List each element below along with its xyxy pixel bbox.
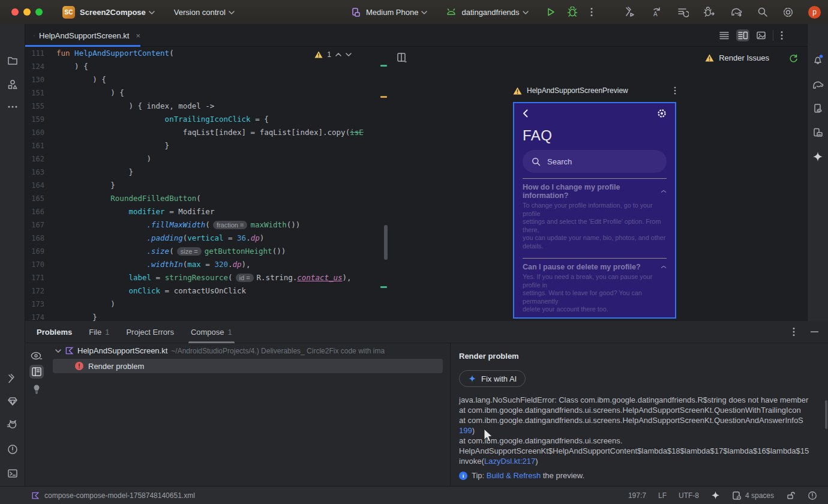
preview-eye-icon[interactable] bbox=[31, 352, 43, 360]
debug-button[interactable] bbox=[567, 7, 578, 17]
code-line-174[interactable]: 174 } bbox=[25, 311, 389, 321]
phone-preview[interactable]: FAQ Search How do I change my profile in… bbox=[513, 102, 676, 319]
stack-trace-link[interactable]: LazyDsl.kt:217 bbox=[484, 457, 535, 466]
code-view-toggle[interactable] bbox=[719, 31, 729, 40]
terminal-tool-icon[interactable] bbox=[7, 468, 18, 479]
analysis-mark-teal[interactable] bbox=[380, 286, 387, 288]
gemini-sparkle-icon[interactable] bbox=[812, 151, 823, 162]
analysis-mark-warning[interactable] bbox=[380, 96, 387, 98]
editor-scrollbar[interactable] bbox=[384, 225, 388, 260]
build-tool-icon[interactable] bbox=[7, 373, 18, 384]
tab-file[interactable]: File1 bbox=[89, 321, 109, 343]
resource-manager-icon[interactable] bbox=[7, 79, 18, 90]
code-lines[interactable]: 111fun HelpAndSupportContent(124 ) {130 … bbox=[25, 47, 389, 321]
code-line-160[interactable]: 160 faqList[index] = faqList[index].copy… bbox=[25, 126, 389, 139]
code-line-161[interactable]: 161 } bbox=[25, 139, 389, 152]
prev-issue-chevron-icon[interactable] bbox=[335, 53, 341, 56]
settings-gear-icon[interactable] bbox=[782, 7, 794, 18]
indent-widget[interactable]: 4 spaces bbox=[732, 491, 774, 500]
code-line-169[interactable]: 169 .size(size =getButtonHeight()) bbox=[25, 245, 389, 258]
apply-code-changes-icon[interactable] bbox=[677, 6, 689, 18]
run-button[interactable] bbox=[546, 7, 556, 17]
line-separator[interactable]: LF bbox=[658, 491, 667, 500]
design-view-toggle[interactable] bbox=[757, 31, 766, 40]
ai-status-sparkle-icon[interactable] bbox=[711, 491, 720, 500]
file-encoding[interactable]: UTF-8 bbox=[679, 491, 699, 500]
status-file-name[interactable]: compose-compose-model-1758748140651.xml bbox=[44, 491, 195, 500]
details-view-toggle[interactable] bbox=[29, 365, 44, 379]
close-window-button[interactable] bbox=[11, 8, 19, 16]
code-line-155[interactable]: 155 ) { index, model -> bbox=[25, 100, 389, 113]
device-manager-icon[interactable] bbox=[812, 103, 823, 114]
running-devices-icon[interactable] bbox=[812, 127, 823, 138]
problems-file-row[interactable]: HelpAndSupportScreen.kt ~/AndroidStudioP… bbox=[48, 343, 450, 358]
device-selector[interactable]: Medium Phone bbox=[351, 7, 427, 17]
unlock-icon[interactable] bbox=[786, 491, 796, 500]
tab-project-errors[interactable]: Project Errors bbox=[126, 321, 173, 343]
tab-compose[interactable]: Compose1 bbox=[191, 321, 232, 343]
tool-window-title[interactable]: Problems bbox=[37, 328, 72, 337]
code-line-162[interactable]: 162 ) bbox=[25, 152, 389, 166]
zoom-window-button[interactable] bbox=[35, 8, 43, 16]
problems-tool-icon[interactable] bbox=[7, 444, 18, 455]
code-line-173[interactable]: 173 ) bbox=[25, 298, 389, 311]
render-issues-label[interactable]: Render Issues bbox=[719, 53, 769, 62]
more-actions-button[interactable] bbox=[590, 7, 593, 17]
fix-with-ai-button[interactable]: Fix with AI bbox=[459, 370, 526, 387]
stack-trace-link[interactable]: 199 bbox=[459, 426, 472, 435]
code-line-166[interactable]: 166 modifier = Modifier bbox=[25, 205, 389, 218]
code-line-168[interactable]: 168 .padding(vertical = 36.dp) bbox=[25, 232, 389, 245]
logcat-icon[interactable] bbox=[7, 420, 19, 431]
code-line-167[interactable]: 167 .fillMaxWidth(fraction =maxWidth()) bbox=[25, 218, 389, 232]
user-avatar[interactable]: p bbox=[808, 6, 821, 19]
apply-changes-icon[interactable]: A bbox=[650, 6, 662, 18]
project-selector[interactable]: Screen2Compose bbox=[75, 8, 155, 17]
vcs-widget[interactable]: Version control bbox=[169, 8, 235, 17]
search-icon[interactable] bbox=[757, 7, 768, 17]
attach-debugger-icon[interactable] bbox=[703, 6, 715, 18]
faq-item[interactable]: How do I change my profile information?T… bbox=[523, 178, 667, 250]
gradle-sync-icon[interactable] bbox=[730, 6, 743, 18]
editor-tab[interactable]: HelpAndSupportScreen.kt × bbox=[25, 24, 140, 47]
expand-chevron-icon[interactable] bbox=[55, 349, 61, 353]
refresh-preview-icon[interactable] bbox=[788, 53, 799, 63]
caret-position[interactable]: 197:7 bbox=[628, 491, 646, 500]
faq-search-bar: Search bbox=[523, 150, 667, 173]
code-line-165[interactable]: 165 RoundedFilledButton( bbox=[25, 192, 389, 205]
code-line-171[interactable]: 171 label = stringResource(id =R.string.… bbox=[25, 271, 389, 284]
code-line-124[interactable]: 124 ) { bbox=[25, 60, 389, 73]
editor-options-icon[interactable] bbox=[781, 31, 783, 40]
panel-options-icon[interactable] bbox=[793, 327, 795, 337]
code-line-172[interactable]: 172 onClick = contactUsOnClick bbox=[25, 284, 389, 298]
minimize-window-button[interactable] bbox=[23, 8, 31, 16]
code-line-130[interactable]: 130 ) { bbox=[25, 73, 389, 86]
inspections-status-icon[interactable] bbox=[808, 491, 817, 500]
split-view-toggle[interactable] bbox=[736, 29, 749, 41]
hide-panel-icon[interactable] bbox=[811, 331, 818, 332]
faq-item[interactable]: Can I pause or delete my profile?Yes. If… bbox=[523, 258, 667, 314]
more-tool-windows-icon[interactable] bbox=[8, 106, 17, 108]
code-line-164[interactable]: 164 } bbox=[25, 179, 389, 192]
app-quality-insights-icon[interactable] bbox=[7, 396, 18, 407]
code-line-163[interactable]: 163 } bbox=[25, 166, 389, 179]
preview-layout-icon[interactable] bbox=[397, 52, 407, 63]
run-configuration-selector[interactable]: datingandfriends bbox=[446, 8, 528, 17]
quickfix-bulb-icon[interactable] bbox=[33, 384, 40, 394]
code-line-159[interactable]: 159 onTrailingIconClick = { bbox=[25, 113, 389, 126]
project-tool-icon[interactable] bbox=[7, 55, 18, 66]
tab-close-icon[interactable]: × bbox=[136, 31, 140, 40]
notifications-bell-icon[interactable] bbox=[812, 54, 824, 66]
code-line-151[interactable]: 151 ) { bbox=[25, 86, 389, 100]
detail-scrollbar[interactable] bbox=[825, 400, 827, 429]
inspections-widget[interactable]: 1 bbox=[314, 50, 352, 59]
next-issue-chevron-icon[interactable] bbox=[346, 53, 352, 56]
code-editor[interactable]: 111fun HelpAndSupportContent(124 ) {130 … bbox=[25, 47, 389, 321]
code-line-170[interactable]: 170 .widthIn(max = 320.dp), bbox=[25, 258, 389, 271]
gradle-tool-icon[interactable] bbox=[811, 79, 824, 91]
build-refresh-link[interactable]: Build & Refresh bbox=[487, 471, 541, 480]
analysis-mark-teal[interactable] bbox=[380, 65, 387, 67]
preview-menu-icon[interactable] bbox=[674, 86, 676, 95]
build-run-icon[interactable] bbox=[624, 6, 636, 18]
problems-tree: HelpAndSupportScreen.kt ~/AndroidStudioP… bbox=[48, 343, 450, 486]
render-problem-row[interactable]: ! Render problem bbox=[53, 359, 443, 373]
